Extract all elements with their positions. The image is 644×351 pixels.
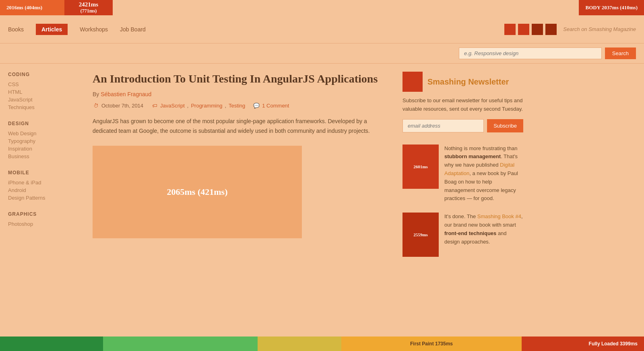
promo-text-2: It's done. The Smashing Book #4, our bra…	[444, 213, 523, 257]
sidebar-section-design: DESIGN Web Design Typography Inspiration…	[8, 121, 72, 160]
right-sidebar: Smashing Newsletter Subscribe to our ema…	[394, 64, 531, 351]
bottom-seg-first-paint: First Paint 1735ms	[341, 337, 522, 351]
newsletter-desc: Subscribe to our email newsletter for us…	[402, 97, 523, 114]
search-input[interactable]	[459, 47, 602, 59]
sidebar-item-css[interactable]: CSS	[8, 81, 72, 88]
sidebar-item-android[interactable]: Android	[8, 186, 72, 194]
bottom-seg-green-dark	[0, 337, 103, 351]
social-icon-2[interactable]	[518, 24, 529, 35]
sidebar-heading-mobile: MOBILE	[8, 170, 72, 176]
promo-item-1: 2601ms Nothing is more frustrating than …	[402, 145, 523, 203]
tag-testing[interactable]: Testing	[229, 103, 245, 109]
article-content: An Introduction To Unit Testing In Angul…	[80, 64, 394, 351]
promo-item-2: 2559ms It's done. The Smashing Book #4, …	[402, 213, 523, 257]
sidebar-item-techniques[interactable]: Techniques	[8, 103, 72, 111]
sidebar-item-iphone[interactable]: iPhone & iPad	[8, 179, 72, 186]
sidebar-section-graphics: GRAPHICS Photoshop	[8, 211, 72, 228]
promo-link-smashing-book[interactable]: Smashing Book #4	[477, 213, 521, 219]
article-image: 2065ms (421ms)	[93, 146, 302, 238]
sidebar-item-photoshop[interactable]: Photoshop	[8, 220, 72, 228]
social-icon-1[interactable]	[504, 24, 516, 35]
sidebar-section-mobile: MOBILE iPhone & iPad Android Design Patt…	[8, 170, 72, 202]
article-meta: ⏱ October 7th, 2014 🏷 JavaScript, Progra…	[93, 102, 382, 109]
nav-link-workshops[interactable]: Workshops	[80, 26, 108, 33]
tag-javascript[interactable]: JavaScript	[160, 103, 185, 109]
comment-icon: 💬	[253, 102, 260, 109]
sidebar-item-business[interactable]: Business	[8, 153, 72, 160]
nav-link-articles[interactable]: Articles	[36, 24, 68, 35]
bottom-seg-green	[103, 337, 258, 351]
bottom-bar: First Paint 1735ms Fully Loaded 3399ms	[0, 337, 644, 351]
perf-label-right: BODY 2037ms (410ms)	[579, 0, 644, 15]
sidebar-item-javascript[interactable]: JavaScript	[8, 96, 72, 103]
sidebar-item-html[interactable]: HTML	[8, 88, 72, 96]
search-bar: Search	[0, 43, 644, 64]
author-link[interactable]: Sébastien Fragnaud	[101, 91, 151, 97]
clock-icon: ⏱	[93, 102, 99, 109]
main-layout: CODING CSS HTML JavaScript Techniques DE…	[0, 64, 644, 351]
image-perf-label: 2065ms (421ms)	[167, 187, 228, 197]
meta-tags: 🏷 JavaScript, Programming, Testing	[151, 102, 245, 109]
nav-links: Books Articles Workshops Job Board	[8, 24, 504, 35]
article-author: By Sébastien Fragnaud	[93, 91, 382, 97]
social-icon-4[interactable]	[545, 24, 557, 35]
newsletter-title: Smashing Newsletter	[427, 77, 509, 87]
bottom-seg-fully-loaded: Fully Loaded 3399ms	[522, 337, 644, 351]
sidebar-section-coding: CODING CSS HTML JavaScript Techniques	[8, 72, 72, 111]
navbar: Books Articles Workshops Job Board Searc…	[0, 15, 644, 43]
search-placeholder-text: Search on Smashing Magazine	[563, 26, 636, 32]
meta-comments: 💬 1 Comment	[253, 102, 289, 109]
sidebar-heading-design: DESIGN	[8, 121, 72, 126]
tag-icon: 🏷	[151, 102, 158, 109]
sidebar-item-design-patterns[interactable]: Design Patterns	[8, 194, 72, 202]
search-button[interactable]: Search	[605, 47, 636, 59]
perf-label-active: 2421ms (771ms)	[64, 0, 113, 15]
sidebar-heading-graphics: GRAPHICS	[8, 211, 72, 217]
tag-programming[interactable]: Programming	[191, 103, 222, 109]
perf-bar-top: 2016ms (404ms) 2421ms (771ms)	[0, 0, 644, 15]
article-intro: AngularJS has grown to become one of the…	[93, 117, 382, 136]
sidebar-item-webdesign[interactable]: Web Design	[8, 130, 72, 137]
comments-link[interactable]: 1 Comment	[262, 103, 289, 109]
nav-link-books[interactable]: Books	[8, 26, 24, 33]
promo-image-2: 2559ms	[402, 213, 439, 257]
article-title: An Introduction To Unit Testing In Angul…	[93, 72, 382, 86]
perf-label-left: 2016ms (404ms)	[0, 0, 64, 15]
sidebar: CODING CSS HTML JavaScript Techniques DE…	[0, 64, 80, 351]
newsletter-header: Smashing Newsletter	[402, 72, 523, 92]
newsletter-form: Subscribe	[402, 119, 523, 132]
promo-text-1: Nothing is more frustrating than stubbor…	[444, 145, 523, 203]
sidebar-item-inspiration[interactable]: Inspiration	[8, 145, 72, 153]
promo-link-digital-adaptation[interactable]: Digital Adaptation	[444, 162, 514, 176]
promo-image-1: 2601ms	[402, 145, 439, 189]
meta-date: ⏱ October 7th, 2014	[93, 102, 143, 109]
social-icon-3[interactable]	[532, 24, 543, 35]
search-bar-inner: Search	[459, 47, 636, 59]
sidebar-heading-coding: CODING	[8, 72, 72, 77]
bottom-seg-yellow	[258, 337, 341, 351]
nav-link-jobboard[interactable]: Job Board	[120, 26, 146, 33]
sidebar-item-typography[interactable]: Typography	[8, 137, 72, 145]
newsletter-subscribe-button[interactable]: Subscribe	[487, 119, 523, 132]
newsletter-email-input[interactable]	[402, 119, 484, 132]
newsletter-icon	[402, 72, 423, 92]
newsletter-box: Smashing Newsletter Subscribe to our ema…	[402, 72, 523, 132]
nav-icons	[504, 24, 557, 35]
